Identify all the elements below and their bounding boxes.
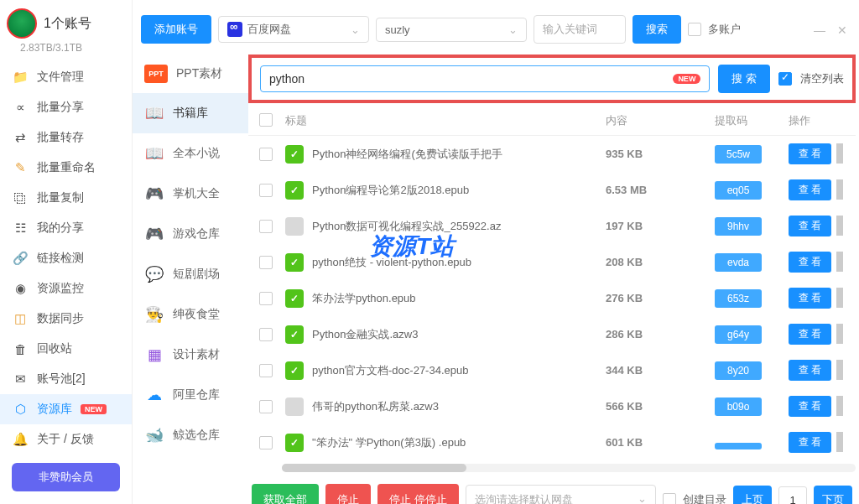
- table-row: ✓ Python金融实战.azw3 286 KB g64y 查 看: [248, 316, 856, 352]
- row-checkbox[interactable]: [259, 256, 273, 269]
- get-all-button[interactable]: 获取全部: [252, 484, 319, 504]
- minimize-icon[interactable]: —: [814, 23, 825, 37]
- sidebar-item-5[interactable]: ☷我的分享: [0, 213, 132, 243]
- sidebar-item-7[interactable]: ◉资源监控: [0, 273, 132, 304]
- row-checkbox[interactable]: [259, 292, 273, 305]
- header-action: 操作: [789, 113, 852, 128]
- version-text: Pan Tools v1.0.33: [0, 500, 132, 504]
- row-checkbox[interactable]: [259, 400, 273, 413]
- account-row[interactable]: 1个账号: [0, 0, 132, 42]
- stop-button-2[interactable]: 停止 停停止: [377, 484, 459, 504]
- left-sidebar: 1个账号 2.83TB/3.1TB 📁文件管理∝批量分享⇄批量转存✎批量重命名⿻…: [0, 0, 133, 504]
- extract-code-button[interactable]: eq05: [715, 181, 762, 200]
- sidebar-item-9[interactable]: 🗑回收站: [0, 334, 132, 364]
- view-button[interactable]: 查 看: [789, 432, 831, 453]
- category-item-6[interactable]: 👨‍🍳绅夜食堂: [133, 294, 248, 335]
- sidebar-item-11[interactable]: ⬡资源库NEW: [0, 394, 132, 424]
- chevron-down-icon: ⌄: [508, 23, 518, 36]
- view-button[interactable]: 查 看: [789, 179, 831, 200]
- nav-icon: 📁: [12, 70, 29, 85]
- view-button[interactable]: 查 看: [789, 252, 831, 273]
- default-drive-select[interactable]: 选洵请选择默认网盘 ⌄: [466, 485, 656, 504]
- row-stub: [836, 324, 843, 344]
- nav-icon: ⇄: [12, 130, 29, 145]
- sidebar-item-12[interactable]: 🔔关于 / 反馈: [0, 424, 132, 455]
- page-number[interactable]: 1: [778, 486, 807, 505]
- drive-select[interactable]: 百度网盘 ⌄: [218, 16, 369, 43]
- category-item-7[interactable]: ▦设计素材: [133, 335, 248, 375]
- view-button[interactable]: 查 看: [789, 324, 831, 345]
- user-select[interactable]: suzly ⌄: [376, 18, 527, 42]
- category-item-3[interactable]: 🎮掌机大全: [133, 174, 248, 214]
- view-button[interactable]: 查 看: [789, 396, 831, 417]
- view-button[interactable]: 查 看: [789, 360, 831, 381]
- row-checkbox[interactable]: [259, 364, 273, 377]
- category-item-1[interactable]: 📖书籍库: [133, 93, 248, 133]
- extract-code-button[interactable]: g64y: [715, 325, 762, 344]
- horizontal-scrollbar[interactable]: [282, 464, 856, 472]
- row-checkbox[interactable]: [259, 220, 273, 233]
- search-button[interactable]: 搜 索: [718, 65, 770, 93]
- row-stub: [836, 432, 843, 452]
- row-title: "笨办法" 学Python(第3版) .epub: [312, 435, 466, 450]
- view-button[interactable]: 查 看: [789, 288, 831, 309]
- row-size: 344 KB: [606, 364, 715, 377]
- avatar[interactable]: [7, 8, 37, 39]
- sidebar-item-8[interactable]: ◫数据同步: [0, 304, 132, 334]
- extract-code-button[interactable]: evda: [715, 253, 762, 272]
- add-account-button[interactable]: 添加账号: [141, 15, 211, 44]
- keyword-input[interactable]: 输入关键词: [534, 15, 626, 44]
- sidebar-item-10[interactable]: ✉账号池[2]: [0, 364, 132, 394]
- member-button[interactable]: 非赞助会员: [12, 463, 120, 491]
- table-row: ✓ "笨办法" 学Python(第3版) .epub 601 KB 查 看: [248, 424, 856, 460]
- prev-page-button[interactable]: 上页: [733, 486, 772, 504]
- sidebar-item-2[interactable]: ⇄批量转存: [0, 122, 132, 153]
- create-dir-checkbox[interactable]: [663, 493, 676, 504]
- sidebar-item-0[interactable]: 📁文件管理: [0, 62, 132, 92]
- category-item-0[interactable]: PPTPPT素材: [133, 55, 248, 93]
- category-item-8[interactable]: ☁阿里仓库: [133, 375, 248, 415]
- row-title: Python金融实战.azw3: [312, 327, 418, 342]
- nav-label: 批量分享: [37, 100, 84, 115]
- category-item-2[interactable]: 📖全本小说: [133, 133, 248, 174]
- chevron-down-icon: ⌄: [351, 23, 360, 36]
- sidebar-item-1[interactable]: ∝批量分享: [0, 92, 132, 122]
- sidebar-item-3[interactable]: ✎批量重命名: [0, 153, 132, 183]
- view-button[interactable]: 查 看: [789, 216, 831, 236]
- extract-code-button[interactable]: 653z: [715, 289, 762, 308]
- row-title: Python数据可视化编程实战_255922.az: [312, 219, 501, 234]
- row-size: 6.53 MB: [606, 184, 715, 196]
- extract-code-button[interactable]: b09o: [715, 397, 762, 416]
- main-area: python NEW 搜 索 清空列表 标题 内容 提取码 操作 ✓ Pytho…: [248, 55, 856, 504]
- stop-button[interactable]: 停止: [325, 484, 371, 504]
- category-icon: 👨‍🍳: [144, 304, 164, 325]
- sidebar-item-6[interactable]: 🔗链接检测: [0, 243, 132, 273]
- sidebar-item-4[interactable]: ⿻批量复制: [0, 183, 132, 213]
- category-item-5[interactable]: 💬短剧剧场: [133, 254, 248, 294]
- select-all-checkbox[interactable]: [259, 113, 273, 127]
- row-checkbox[interactable]: [259, 184, 273, 197]
- nav-label: 账号池[2]: [37, 372, 86, 387]
- close-icon[interactable]: ✕: [837, 23, 847, 37]
- view-button[interactable]: 查 看: [789, 143, 831, 164]
- row-checkbox[interactable]: [259, 436, 273, 449]
- scrollbar-thumb[interactable]: [282, 464, 466, 472]
- search-input[interactable]: python NEW: [260, 65, 710, 92]
- nav-label: 链接检测: [37, 251, 84, 266]
- search-button-top[interactable]: 搜索: [633, 15, 681, 44]
- next-page-button[interactable]: 下页: [814, 486, 852, 504]
- extract-code-button[interactable]: [715, 443, 762, 449]
- extract-code-button[interactable]: 5c5w: [715, 145, 762, 164]
- row-stub: [836, 252, 843, 272]
- category-item-9[interactable]: 🐋鲸选仓库: [133, 415, 248, 455]
- clear-list-checkbox[interactable]: [778, 72, 792, 86]
- category-label: 鲸选仓库: [173, 428, 220, 443]
- category-item-4[interactable]: 🎮游戏仓库: [133, 214, 248, 254]
- row-checkbox[interactable]: [259, 148, 273, 161]
- extract-code-button[interactable]: 8y20: [715, 361, 762, 380]
- multi-account-checkbox[interactable]: [688, 23, 701, 36]
- chevron-down-icon: ⌄: [638, 492, 647, 504]
- extract-code-button[interactable]: 9hhv: [715, 217, 762, 236]
- category-icon: 🐋: [144, 425, 164, 445]
- row-checkbox[interactable]: [259, 328, 273, 341]
